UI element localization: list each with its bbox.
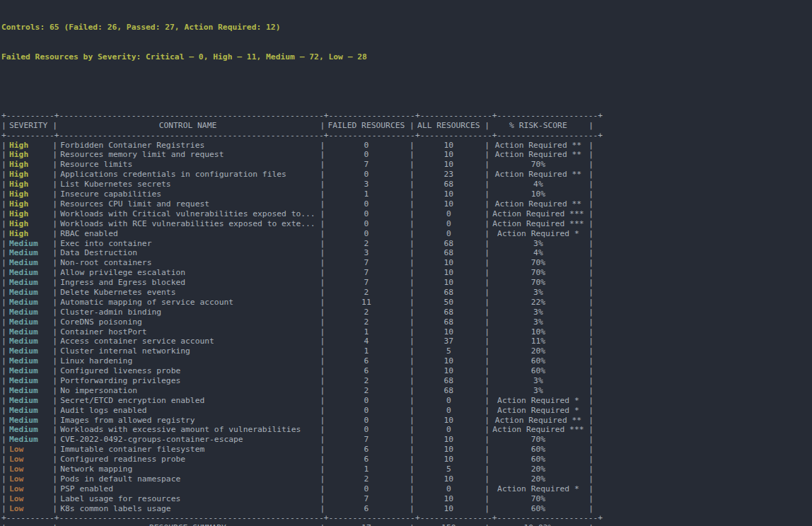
control-name-cell: Insecure capabilities [55,189,320,199]
failed-resources-cell: 0 [323,219,410,229]
severity-cell: Medium [4,435,52,445]
col-header-control-name: CONTROL NAME [55,121,320,131]
severity-cell: Medium [4,317,52,327]
control-name-cell: Portforwarding privileges [55,376,320,386]
failed-resources-cell: 0 [323,170,410,180]
table-row: |High|Resource limits|7|10|70%| [1,160,812,170]
table-row: |High|Applications credentials in config… [1,170,812,180]
all-resources-cell: 0 [412,396,485,406]
failed-resources-cell: 0 [323,209,410,219]
control-name-cell: PSP enabled [55,484,320,494]
table-row: |Medium|Configured liveness probe|6|10|6… [1,366,812,376]
failed-resources-cell: 0 [323,406,410,416]
severity-cell: Low [4,484,52,494]
failed-resources-cell: 6 [323,445,410,455]
table-row: |Medium|Non-root containers|7|10|70%| [1,258,812,268]
all-resources-cell: 10 [412,199,485,209]
control-name-cell: Resources memory limit and request [55,150,320,160]
control-name-cell: Resources CPU limit and request [55,199,320,209]
table-pipe: | [588,258,591,268]
severity-cell: Medium [4,327,52,337]
severity-cell: Medium [4,356,52,366]
severity-cell: Low [4,504,52,514]
risk-score-cell: 3% [488,239,589,249]
failed-resources-cell: 2 [323,317,410,327]
failed-resources-cell: 0 [323,141,410,151]
risk-score-cell: 60% [488,366,589,376]
severity-cell: Medium [4,386,52,396]
all-resources-cell: 10 [412,189,485,199]
severity-cell: High [4,229,52,239]
table-header-row: |SEVERITY|CONTROL NAME|FAILED RESOURCES|… [1,121,812,131]
control-name-cell: K8s common labels usage [55,504,320,514]
failed-resources-cell: 1 [323,464,410,474]
all-resources-cell: 68 [412,180,485,189]
table-pipe: | [588,229,591,239]
table-pipe: | [588,416,591,426]
risk-score-cell: 4% [488,248,589,258]
blank-line [1,81,812,91]
table-row: |Medium|CoreDNS poisoning|2|68|3%| [1,317,812,327]
table-pipe: | [588,298,591,308]
control-name-cell: Exec into container [55,239,320,249]
risk-score-cell: 60% [488,445,589,455]
table-row: |Medium|Automatic mapping of service acc… [1,298,812,308]
control-name-cell: Label usage for resources [55,494,320,504]
col-header-severity: SEVERITY [4,121,52,131]
table-pipe: | [588,219,591,229]
risk-score-cell: Action Required ** [488,199,589,209]
risk-score-cell: Action Required * [488,484,589,494]
table-row: |Low|Network mapping|1|5|20%| [1,464,812,474]
risk-score-cell: Action Required ** [488,416,589,426]
table-row: |Medium|Cluster-admin binding|2|68|3%| [1,308,812,317]
table-row: |Low|K8s common labels usage|6|10|60%| [1,504,812,514]
severity-cell: Low [4,494,52,504]
severity-cell: Low [4,445,52,455]
all-resources-cell: 37 [412,337,485,346]
table-pipe: | [588,455,591,464]
controls-summary-line: Controls: 65 (Failed: 26, Passed: 27, Ac… [1,23,812,33]
control-name-cell: Pods in default namespace [55,474,320,484]
control-name-cell: Images from allowed registry [55,416,320,426]
control-name-cell: Configured liveness probe [55,366,320,376]
severity-cell: Medium [4,298,52,308]
severity-cell: High [4,180,52,189]
table-row: |Medium|Portforwarding privileges|2|68|3… [1,376,812,386]
table-pipe: | [588,494,591,504]
failed-resources-cell: 11 [323,298,410,308]
failed-resources-cell: 2 [323,308,410,317]
table-pipe: | [588,445,591,455]
failed-resources-cell: 1 [323,346,410,356]
failed-resources-cell: 7 [323,494,410,504]
table-row: |Medium|Access container service account… [1,337,812,346]
all-resources-cell: 0 [412,219,485,229]
table-row: |Medium|Allow privilege escalation|7|10|… [1,268,812,278]
failed-resources-cell: 2 [323,239,410,249]
severity-cell: Medium [4,376,52,386]
risk-score-cell: Action Required ** [488,141,589,151]
failed-resources-cell: 7 [323,278,410,288]
all-resources-cell: 10 [412,278,485,288]
table-pipe: | [588,150,591,160]
severity-cell: Medium [4,258,52,268]
control-name-cell: Workloads with RCE vulnerabilities expos… [55,219,320,229]
table-row: |Medium|Ingress and Egress blocked|7|10|… [1,278,812,288]
control-name-cell: Configured readiness probe [55,455,320,464]
control-name-cell: List Kubernetes secrets [55,180,320,189]
control-name-cell: Automatic mapping of service account [55,298,320,308]
failed-resources-cell: 6 [323,356,410,366]
severity-cell: Medium [4,239,52,249]
table-pipe: | [588,327,591,337]
control-name-cell: Forbidden Container Registries [55,141,320,151]
risk-score-cell: Action Required * [488,229,589,239]
table-pipe: | [588,346,591,356]
table-pipe: | [588,121,591,131]
all-resources-cell: 68 [412,288,485,298]
risk-score-cell: 20% [488,464,589,474]
control-name-cell: Data Destruction [55,248,320,258]
all-resources-cell: 0 [412,406,485,416]
table-pipe: | [588,464,591,474]
all-resources-cell: 10 [412,141,485,151]
summary-label-cell: RESOURCE SUMMARY [55,523,320,526]
table-row: |Medium|Cluster internal networking|1|5|… [1,346,812,356]
